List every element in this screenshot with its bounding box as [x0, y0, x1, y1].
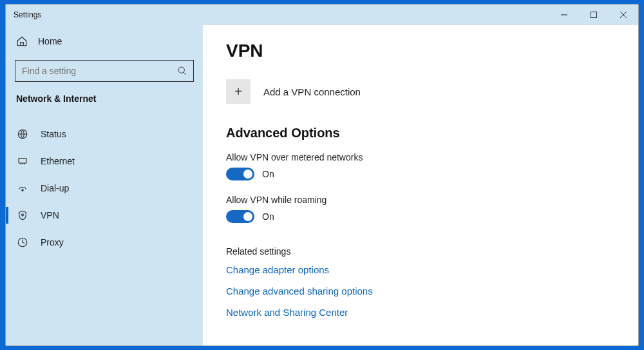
sidebar-item-proxy[interactable]: Proxy — [6, 229, 203, 256]
add-vpn-label: Add a VPN connection — [263, 86, 361, 97]
close-icon — [620, 12, 627, 18]
titlebar: Settings — [6, 5, 638, 25]
search-input[interactable] — [15, 60, 194, 82]
toggle-metered[interactable] — [226, 168, 254, 180]
plus-icon: + — [234, 84, 242, 99]
sidebar-item-ethernet[interactable]: Ethernet — [6, 148, 203, 175]
svg-rect-3 — [19, 159, 26, 164]
advanced-options-title: Advanced Options — [226, 126, 612, 141]
sidebar-item-dialup[interactable]: Dial-up — [6, 175, 203, 202]
sidebar-item-label: Proxy — [41, 237, 64, 248]
related-settings-heading: Related settings — [226, 246, 612, 257]
toggle-metered-state: On — [262, 169, 274, 179]
home-label: Home — [38, 36, 62, 46]
minimize-icon — [561, 12, 567, 18]
search-area — [6, 53, 203, 91]
option-roaming-toggle-row: On — [226, 210, 612, 223]
home-nav[interactable]: Home — [6, 29, 203, 53]
sidebar-item-label: Ethernet — [41, 156, 75, 166]
window-title: Settings — [6, 10, 41, 19]
maximize-button[interactable] — [579, 5, 609, 25]
maximize-icon — [591, 12, 597, 18]
section-header: Network & Internet — [6, 91, 203, 115]
add-vpn-row[interactable]: + Add a VPN connection — [226, 79, 612, 104]
home-icon — [16, 35, 28, 47]
sidebar-item-label: Dial-up — [41, 183, 69, 193]
sidebar: Home Network & Internet Status — [6, 25, 203, 345]
sidebar-item-vpn[interactable]: VPN — [6, 202, 203, 229]
minimize-button[interactable] — [549, 5, 579, 25]
link-advanced-sharing[interactable]: Change advanced sharing options — [226, 286, 612, 297]
globe-icon — [16, 128, 29, 140]
link-adapter-options[interactable]: Change adapter options — [226, 264, 612, 275]
main-panel: VPN + Add a VPN connection Advanced Opti… — [203, 25, 638, 345]
svg-point-1 — [178, 67, 184, 73]
shield-icon — [16, 209, 29, 221]
settings-window: Settings Home — [5, 4, 639, 346]
option-roaming-label: Allow VPN while roaming — [226, 195, 612, 205]
add-button[interactable]: + — [226, 79, 251, 104]
svg-point-5 — [22, 214, 24, 216]
link-network-sharing-center[interactable]: Network and Sharing Center — [226, 307, 612, 318]
content: Home Network & Internet Status — [6, 25, 638, 345]
page-title: VPN — [226, 41, 612, 61]
option-metered-toggle-row: On — [226, 168, 612, 180]
ethernet-icon — [16, 155, 29, 167]
option-metered-label: Allow VPN over metered networks — [226, 152, 612, 162]
search-box — [15, 60, 194, 82]
toggle-knob — [243, 212, 252, 221]
toggle-roaming[interactable] — [226, 210, 254, 223]
svg-rect-0 — [591, 12, 597, 18]
dialup-icon — [16, 182, 29, 194]
sidebar-item-label: VPN — [41, 210, 59, 220]
window-controls — [549, 5, 638, 25]
toggle-roaming-state: On — [262, 211, 274, 222]
nav-list: Status Ethernet Dial-up — [6, 115, 203, 256]
svg-point-4 — [22, 190, 23, 191]
close-button[interactable] — [609, 5, 638, 25]
search-icon — [177, 66, 187, 76]
toggle-knob — [243, 170, 252, 179]
proxy-icon — [16, 237, 29, 248]
sidebar-item-status[interactable]: Status — [6, 121, 203, 148]
sidebar-item-label: Status — [41, 129, 66, 139]
